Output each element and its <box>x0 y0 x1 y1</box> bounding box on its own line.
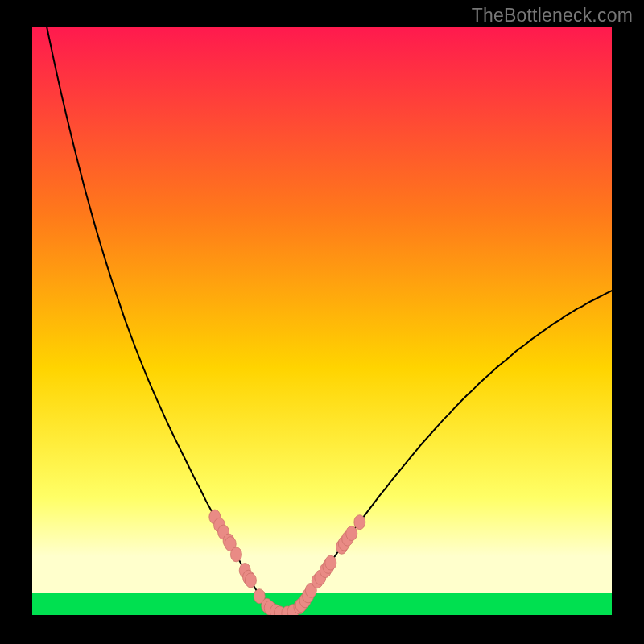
data-marker <box>325 555 336 570</box>
watermark-text: TheBottleneck.com <box>472 5 633 27</box>
plot-area <box>32 27 612 615</box>
gradient-background <box>32 27 612 615</box>
data-marker <box>346 526 357 541</box>
data-marker <box>354 515 365 530</box>
data-marker <box>230 547 242 562</box>
chart-container: TheBottleneck.com <box>0 0 644 644</box>
chart-svg <box>32 27 612 615</box>
data-marker <box>245 573 256 588</box>
